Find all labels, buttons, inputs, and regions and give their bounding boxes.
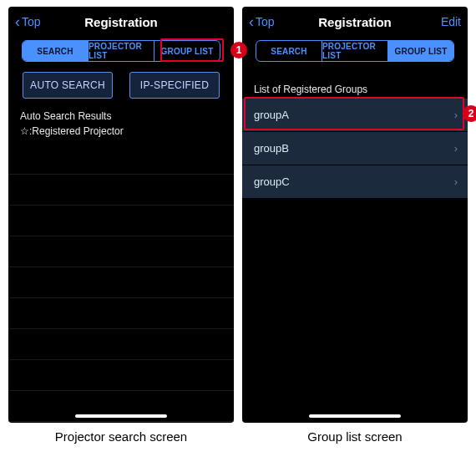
caption-left: Projector search screen [8,429,234,444]
list-item [8,298,234,329]
list-item [8,144,234,175]
home-indicator[interactable] [309,414,401,418]
section-header: List of Registered Groups [242,70,468,99]
back-button[interactable]: ‹ Top [249,14,275,29]
tab-search[interactable]: SEARCH [256,41,322,61]
results-list [8,144,234,423]
ip-specified-button[interactable]: IP-SPECIFIED [129,72,220,99]
screens-row: ‹ Top Registration SEARCH PROJECTOR LIST… [5,7,471,423]
list-item [8,360,234,391]
edit-button[interactable]: Edit [441,15,461,28]
tab-projector-list[interactable]: PROJECTOR LIST [88,41,154,61]
caption-right: Group list screen [242,429,468,444]
tab-group-list[interactable]: GROUP LIST [154,41,220,61]
search-buttons-row: AUTO SEARCH IP-SPECIFIED [8,70,234,109]
captions-row: Projector search screen Group list scree… [5,429,471,444]
group-row-c[interactable]: groupC › [242,165,468,199]
list-item [8,329,234,360]
list-item [8,206,234,236]
group-label: groupC [254,175,290,188]
chevron-left-icon: ‹ [15,14,20,29]
home-indicator[interactable] [75,414,167,418]
page-title: Registration [242,15,468,29]
group-row-a[interactable]: groupA › [242,99,468,132]
tab-search[interactable]: SEARCH [23,41,88,61]
segmented-control: SEARCH PROJECTOR LIST GROUP LIST [22,40,220,62]
phone-search-screen: ‹ Top Registration SEARCH PROJECTOR LIST… [8,7,234,423]
back-label: Top [22,15,41,28]
results-header-line1: Auto Search Results [20,109,222,124]
results-header: Auto Search Results ☆:Registered Project… [8,109,234,144]
back-label: Top [256,15,275,28]
phone-group-list-screen: ‹ Top Registration Edit SEARCH PROJECTOR… [242,7,468,423]
results-header-line2: ☆:Registered Projector [20,124,222,139]
segmented-control-wrap: SEARCH PROJECTOR LIST GROUP LIST [242,37,468,70]
segmented-control: SEARCH PROJECTOR LIST GROUP LIST [256,40,454,62]
group-list: groupA › groupB › groupC › [242,99,468,199]
chevron-right-icon: › [454,142,458,155]
list-item [8,236,234,267]
list-item [8,175,234,206]
page-title: Registration [8,15,234,29]
nav-bar: ‹ Top Registration [8,7,234,37]
chevron-right-icon: › [454,175,458,188]
back-button[interactable]: ‹ Top [15,14,41,29]
group-row-b[interactable]: groupB › [242,132,468,165]
segmented-control-wrap: SEARCH PROJECTOR LIST GROUP LIST [8,37,234,70]
tab-projector-list[interactable]: PROJECTOR LIST [322,41,387,61]
group-label: groupA [254,109,289,121]
nav-bar: ‹ Top Registration Edit [242,7,468,37]
chevron-left-icon: ‹ [249,14,254,29]
tab-group-list[interactable]: GROUP LIST [387,41,453,61]
list-item [8,267,234,298]
chevron-right-icon: › [454,109,458,121]
figure-stage: ‹ Top Registration SEARCH PROJECTOR LIST… [5,7,471,444]
group-label: groupB [254,142,289,155]
auto-search-button[interactable]: AUTO SEARCH [23,72,113,99]
